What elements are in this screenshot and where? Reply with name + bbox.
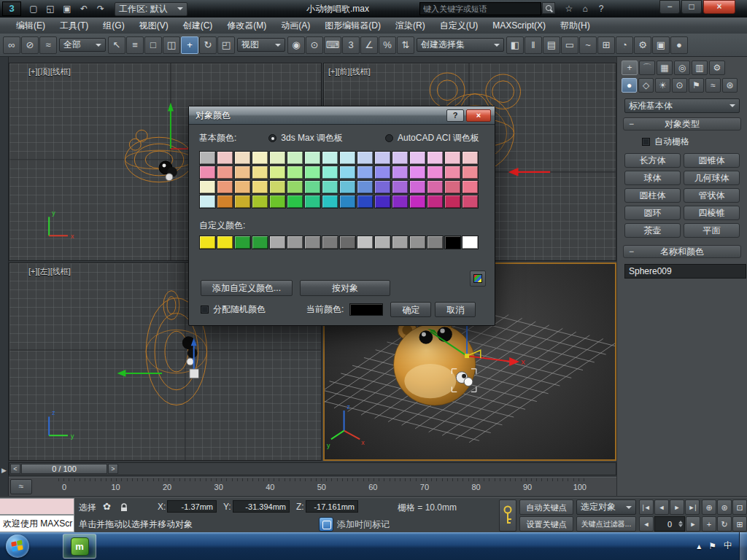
save-file-icon[interactable]: ▣ — [59, 1, 75, 16]
application-menu-button[interactable]: 3 — [2, 1, 21, 16]
basic-color-swatch[interactable] — [304, 166, 321, 179]
basic-color-swatch[interactable] — [409, 166, 426, 179]
basic-color-swatch[interactable] — [444, 166, 461, 179]
basic-color-swatch[interactable] — [252, 151, 268, 165]
render-production-icon[interactable]: ● — [670, 36, 688, 54]
basic-color-swatch[interactable] — [374, 180, 391, 194]
window-crossing-icon[interactable]: ◫ — [163, 36, 180, 54]
select-and-link-icon[interactable]: ∞ — [3, 36, 20, 54]
show-desktop-button[interactable] — [739, 532, 747, 560]
basic-color-swatch[interactable] — [392, 166, 409, 179]
basic-color-swatch[interactable] — [199, 166, 216, 179]
mirror-icon[interactable]: ◧ — [506, 36, 524, 54]
object-type-button[interactable]: 几何球体 — [684, 171, 740, 185]
custom-color-swatch[interactable] — [252, 236, 268, 249]
undo-icon[interactable]: ↶ — [76, 1, 92, 16]
object-type-button[interactable]: 圆环 — [624, 206, 681, 220]
name-color-rollout[interactable]: −名称和颜色 — [623, 245, 741, 258]
set-key-button[interactable]: 设置关键点 — [519, 516, 573, 532]
select-and-move-icon[interactable]: + — [181, 36, 198, 54]
select-object-icon[interactable]: ↖ — [108, 36, 125, 54]
assign-random-colors-checkbox[interactable] — [201, 306, 209, 314]
object-name-input[interactable] — [624, 264, 746, 279]
play-button[interactable]: ► — [670, 499, 684, 515]
workspace-dropdown[interactable]: 工作区: 默认 — [115, 2, 187, 16]
basic-color-swatch[interactable] — [252, 180, 268, 194]
add-custom-colors-button[interactable]: 添加自定义颜色... — [201, 280, 293, 296]
category-lights-icon[interactable]: ☀ — [655, 78, 670, 93]
custom-color-swatch[interactable] — [427, 236, 444, 249]
basic-color-swatch[interactable] — [322, 151, 338, 165]
basic-color-swatch[interactable] — [339, 195, 356, 209]
custom-color-swatch[interactable] — [269, 236, 286, 249]
select-and-manipulate-icon[interactable]: ⊙ — [306, 36, 323, 54]
layer-manager-icon[interactable]: ▤ — [543, 36, 560, 54]
basic-color-swatch[interactable] — [269, 166, 286, 179]
autogrid-checkbox[interactable] — [642, 138, 650, 146]
search-input[interactable] — [419, 2, 541, 15]
basic-color-swatch[interactable] — [287, 180, 303, 194]
time-slider-next-button[interactable]: > — [108, 464, 118, 474]
basic-color-swatch[interactable] — [444, 151, 461, 165]
basic-color-swatch[interactable] — [234, 180, 251, 194]
basic-color-swatch[interactable] — [392, 180, 409, 194]
keyboard-shortcut-override-icon[interactable]: ⌨ — [324, 36, 341, 54]
auto-key-button[interactable]: 自动关键点 — [519, 499, 573, 515]
key-filters-button[interactable]: 关键点过滤器... — [576, 516, 636, 532]
object-type-button[interactable]: 圆柱体 — [624, 188, 681, 203]
basic-color-swatch[interactable] — [339, 151, 356, 165]
select-by-name-icon[interactable]: ≡ — [126, 36, 144, 54]
max-palette-radio[interactable] — [268, 134, 276, 142]
graphite-ribbon-icon[interactable]: ▭ — [561, 36, 578, 54]
menu-item-2[interactable]: 工具(T) — [53, 18, 96, 34]
spinner-snap-icon[interactable]: ⇅ — [397, 36, 414, 54]
basic-color-swatch[interactable] — [322, 180, 338, 194]
object-type-button[interactable]: 球体 — [624, 171, 681, 185]
basic-color-swatch[interactable] — [427, 166, 444, 179]
basic-color-swatch[interactable] — [339, 166, 356, 179]
reference-coordinate-dropdown[interactable]: 视图 — [237, 38, 285, 52]
menu-item-12[interactable]: 帮助(H) — [553, 18, 597, 34]
menu-item-8[interactable]: 图形编辑器(D) — [317, 18, 388, 34]
dialog-close-button[interactable]: × — [466, 109, 491, 122]
pan-icon[interactable]: + — [702, 516, 716, 532]
basic-color-swatch[interactable] — [287, 151, 303, 165]
basic-color-swatch[interactable] — [269, 151, 286, 165]
basic-color-swatch[interactable] — [217, 166, 233, 179]
angle-snap-icon[interactable]: ∠ — [360, 36, 378, 54]
zoom-all-icon[interactable]: ⊛ — [717, 499, 732, 515]
basic-color-swatch[interactable] — [217, 151, 233, 165]
by-object-button[interactable]: 按对象 — [300, 280, 390, 296]
viewport-left-label[interactable]: [+][左][线框] — [28, 266, 71, 277]
object-type-button[interactable]: 平面 — [684, 223, 740, 238]
basic-color-swatch[interactable] — [234, 151, 251, 165]
maxscript-mini-listener-pink[interactable] — [0, 498, 74, 515]
custom-color-swatch[interactable] — [444, 236, 461, 249]
show-hidden-icons-button[interactable]: ▴ — [697, 541, 701, 551]
selection-filter-dropdown[interactable]: 全部 — [59, 38, 106, 52]
basic-color-swatch[interactable] — [304, 180, 321, 194]
go-to-end-button[interactable]: ►| — [685, 499, 700, 515]
select-and-rotate-icon[interactable]: ↻ — [199, 36, 217, 54]
new-scene-icon[interactable]: ▢ — [26, 1, 42, 16]
expand-side-panel-button[interactable]: ▶ — [1, 467, 7, 474]
named-selection-sets-combo[interactable]: 创建选择集 — [417, 38, 504, 52]
color-picker-button[interactable] — [470, 271, 486, 287]
basic-color-swatch[interactable] — [304, 195, 321, 209]
basic-color-swatch[interactable] — [304, 151, 321, 165]
orbit-icon[interactable]: ↻ — [717, 516, 732, 532]
selection-lock-icon[interactable] — [120, 502, 128, 515]
use-pivot-center-icon[interactable]: ◉ — [287, 36, 305, 54]
basic-color-swatch[interactable] — [269, 180, 286, 194]
previous-frame-button[interactable]: ◄ — [654, 499, 669, 515]
object-type-button[interactable]: 管状体 — [684, 188, 740, 203]
tab-display-icon[interactable]: ▥ — [692, 61, 708, 75]
custom-color-swatch[interactable] — [304, 236, 321, 249]
next-frame-button[interactable]: ► — [686, 516, 700, 532]
custom-color-swatch[interactable] — [462, 236, 479, 249]
menu-item-1[interactable]: 编辑(E) — [9, 18, 53, 34]
bind-to-space-warp-icon[interactable]: ≈ — [39, 36, 57, 54]
primitive-type-dropdown[interactable]: 标准基本体 — [624, 98, 740, 113]
ok-button[interactable]: 确定 — [390, 302, 431, 317]
category-helpers-icon[interactable]: ⚑ — [689, 78, 704, 93]
